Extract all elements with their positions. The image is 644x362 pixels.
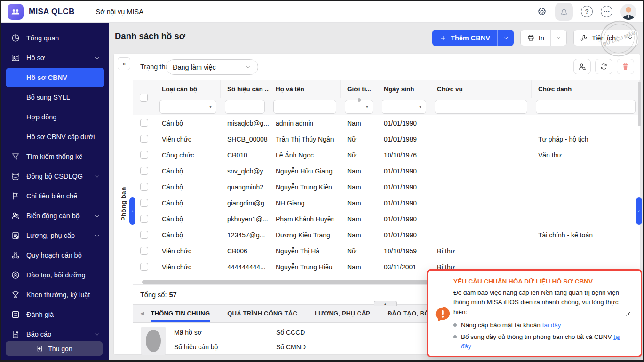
status-filter-select[interactable]: Đang làm việc [166, 59, 258, 75]
table-cell [532, 243, 640, 259]
row-checkbox[interactable] [140, 119, 148, 127]
row-checkbox[interactable] [140, 231, 148, 239]
sidebar-item[interactable]: Biến động cán bộ [1, 206, 109, 226]
sidebar-item[interactable]: Tổng quan [1, 28, 109, 48]
column-filter-input[interactable] [536, 100, 636, 114]
row-checkbox[interactable] [140, 263, 148, 271]
table-cell [532, 163, 640, 179]
table-row[interactable]: Cán bộgiangdim@g...NH GiangNam01/01/1990 [133, 195, 640, 211]
sidebar-item[interactable]: Đánh giá [1, 305, 109, 324]
table-row[interactable]: Viên chứcSHCB_00008Trần Thị Thúy NgânNữ0… [133, 131, 640, 147]
column-filter-select[interactable]: ▾ [159, 100, 216, 114]
help-icon[interactable]: ? [581, 6, 593, 17]
print-dropdown[interactable] [550, 30, 566, 46]
topbar-actions: ? ⋯ [537, 3, 636, 21]
table-cell: 01/01/1989 [377, 131, 430, 147]
refresh-button[interactable] [595, 59, 612, 74]
detail-tab[interactable]: LƯƠNG, PHỤ CẤP [315, 305, 370, 322]
user-search-button[interactable] [573, 59, 591, 74]
select-all-checkbox[interactable] [140, 94, 148, 102]
detail-tab[interactable]: QUÁ TRÌNH CÔNG TÁC [227, 305, 297, 322]
column-header[interactable]: Số hiệu cán ... [221, 80, 269, 98]
avatar[interactable] [620, 4, 636, 20]
sidebar: Tổng quan Hồ sơ Hồ sơ CBNVBổ sung SYLLHợ… [1, 23, 109, 360]
column-header[interactable]: Chức danh [532, 80, 640, 98]
table-cell: Viên chức [155, 259, 221, 275]
bell-icon[interactable] [555, 3, 573, 21]
table-cell [532, 115, 640, 131]
sidebar-subitem[interactable]: Hợp đồng [1, 107, 109, 127]
table-row[interactable]: Cán bộquangminh2...Nguyễn Trung KiênNam0… [133, 179, 640, 195]
row-checkbox[interactable] [140, 199, 148, 207]
table-cell: 10/10/1976 [377, 147, 430, 163]
add-cbnv-dropdown[interactable] [497, 30, 514, 46]
row-checkbox[interactable] [140, 167, 148, 175]
right-panel-handle[interactable]: ‹ [636, 197, 642, 225]
row-checkbox[interactable] [140, 135, 148, 143]
column-header[interactable]: Giới tí... [341, 80, 377, 98]
popup-link[interactable]: tại đây [542, 322, 561, 329]
table-row[interactable]: Cán bộmisaqlcb@g...admin adminNam01/01/1… [133, 115, 640, 131]
printer-icon [527, 34, 535, 42]
expand-panel-button[interactable]: » [118, 57, 130, 70]
table-row[interactable]: Cán bộ123457@g...Dương Kiều TrangNam01/0… [133, 227, 640, 243]
sidebar-item[interactable]: Lương, phụ cấp [1, 226, 109, 245]
sidebar-subitem[interactable]: Hồ sơ CBNV cấp dưới [1, 127, 109, 147]
popup-link[interactable]: tại đây [461, 333, 620, 350]
column-filter-select[interactable]: ▾ [345, 100, 373, 114]
close-icon[interactable] [621, 276, 635, 351]
row-checkbox[interactable] [140, 183, 148, 191]
add-cbnv-button[interactable]: Thêm CBNV [432, 30, 514, 46]
detail-tab[interactable]: THÔNG TIN CHUNG [151, 305, 210, 322]
collapse-button[interactable]: Thu gọn [6, 341, 103, 356]
delete-button[interactable] [617, 59, 634, 74]
column-header[interactable]: Loại cán bộ [155, 80, 221, 98]
column-filter-select[interactable]: ▾ [382, 100, 426, 114]
sidebar-item[interactable]: Quy hoạch cán bộ [1, 245, 109, 265]
column-header[interactable]: Chức vụ [430, 80, 532, 98]
table-row[interactable]: Viên chứcCB006Nguyễn Thị HàNữ10/10/1959B… [133, 243, 640, 259]
row-checkbox[interactable] [140, 247, 148, 255]
sidebar-item[interactable]: Tìm kiếm thống kê [1, 147, 109, 166]
app-logo[interactable] [8, 4, 24, 20]
table-cell: 01/01/1990 [377, 179, 430, 195]
table-body: Cán bộmisaqlcb@g...admin adminNam01/01/1… [133, 115, 640, 275]
column-filter-input[interactable] [273, 100, 336, 114]
header-buttons: Thêm CBNV In Tiện ích [432, 30, 638, 46]
panel-resize-handle[interactable]: ▲ [374, 301, 397, 306]
table-cell: 01/01/1990 [377, 227, 430, 243]
sidebar-item[interactable]: Khen thưởng, kỷ luật [1, 285, 109, 305]
chevron-down-icon [94, 55, 101, 62]
table-row[interactable]: Cán bộpkhuyen1@...Phạm Khánh HuyềnNam01/… [133, 211, 640, 227]
vertical-scrollbar[interactable] [638, 82, 641, 126]
chevron-down-icon [94, 212, 101, 220]
records-icon [11, 53, 20, 63]
sidebar-item[interactable]: Chỉ tiêu biên chế [1, 186, 109, 206]
page-title: Danh sách hồ sơ [115, 31, 185, 41]
table-cell: giangdim@g... [221, 195, 269, 211]
sidebar-item[interactable]: Đào tạo, bồi dưỡng [1, 265, 109, 285]
table-cell: NH Giang [269, 195, 341, 211]
row-checkbox[interactable] [140, 151, 148, 159]
column-header[interactable]: Họ và tên [269, 80, 341, 98]
total-value: 57 [169, 291, 176, 299]
tabs-scroll-left-icon[interactable]: ◀ [140, 305, 144, 322]
column-filter-input[interactable] [225, 100, 265, 114]
sidebar-subitem[interactable]: Hồ sơ CBNV [6, 68, 104, 87]
sidebar-item[interactable]: Hồ sơ [1, 48, 109, 68]
sidebar-item[interactable]: Đồng bộ CSDLQG [1, 166, 109, 186]
table-cell: Nữ [341, 131, 377, 147]
table-row[interactable]: Cán bộsnv_qlcb@y...Nguyễn Hữu GiangNam01… [133, 163, 640, 179]
column-header[interactable]: Ngày sinh [377, 80, 430, 98]
table-cell: Nữ [341, 147, 377, 163]
utilities-button[interactable]: Tiện ích [573, 30, 638, 46]
sidebar-subitem[interactable]: Bổ sung SYLL [1, 87, 109, 107]
panel-expand-handle[interactable]: › [129, 197, 135, 225]
utilities-dropdown[interactable] [622, 30, 638, 46]
table-row[interactable]: Công chứcCB010Lê Ánh NgọcNữ10/10/1976Văn… [133, 147, 640, 163]
gear-icon[interactable] [537, 7, 547, 17]
print-button[interactable]: In [520, 30, 567, 46]
row-checkbox[interactable] [140, 215, 148, 223]
more-icon[interactable]: ⋯ [601, 6, 612, 17]
column-filter-input[interactable] [435, 100, 527, 114]
